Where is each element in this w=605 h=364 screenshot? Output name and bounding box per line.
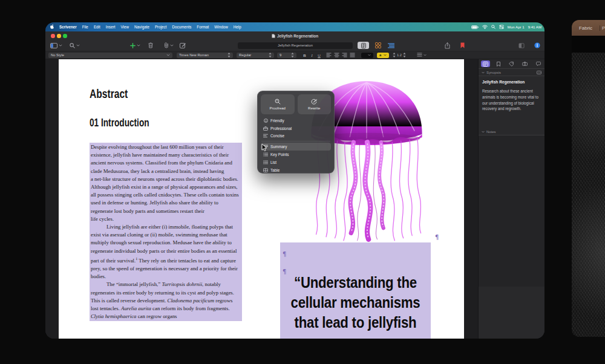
binder-toggle-button[interactable] [50, 42, 62, 49]
option-table[interactable]: Table [261, 166, 331, 174]
trash-button[interactable] [148, 42, 153, 49]
tab-notes[interactable] [481, 60, 490, 67]
style-dropdown[interactable]: No Style [48, 53, 172, 58]
option-list[interactable]: List [261, 158, 331, 166]
proofread-button[interactable]: Proofread [261, 94, 295, 114]
font-dropdown[interactable]: Times New Roman [177, 53, 233, 58]
search-button[interactable] [70, 42, 80, 49]
chevron-down-icon [137, 44, 140, 47]
inspector-info-button[interactable] [534, 42, 540, 49]
bookmark-icon [497, 62, 500, 67]
heading-abstract[interactable]: Abstract [90, 87, 128, 101]
fabric-second-tab[interactable]: P [600, 25, 605, 31]
list-style-button[interactable] [417, 52, 427, 58]
highlight-color-swatch[interactable]: a [377, 53, 389, 58]
option-professional[interactable]: Professional [261, 125, 331, 132]
battery-icon[interactable] [471, 25, 479, 29]
view-mode-outline-button[interactable] [385, 42, 397, 49]
control-center-icon[interactable] [499, 25, 504, 29]
menu-item-window[interactable]: Window [214, 25, 227, 29]
line-spacing-control[interactable]: 1.2 [393, 52, 406, 58]
synopsis-section-header[interactable]: Synopsis [479, 69, 544, 76]
option-friendly[interactable]: Friendly [261, 117, 331, 125]
chevron-down-icon [482, 71, 485, 74]
tab-snapshots[interactable] [520, 61, 529, 67]
composition-mode-button[interactable] [518, 42, 525, 49]
menu-item-help[interactable]: Help [234, 25, 241, 29]
paragraph-3[interactable]: The “immortal jellyfish,” Turritopsis do… [91, 281, 241, 320]
synopsis-image-toggle-icon[interactable] [537, 71, 541, 74]
menu-bar: Scrivener File Edit Insert View Navigate… [45, 22, 544, 31]
tab-metadata[interactable] [507, 60, 515, 67]
pull-quote-block[interactable]: ¶ ¶ “Understanding the cellular mechanis… [280, 242, 431, 339]
spotlight-search-icon[interactable] [491, 25, 495, 29]
view-mode-corkboard-button[interactable] [372, 42, 384, 49]
align-right-button[interactable] [342, 52, 347, 58]
menu-bar-date[interactable]: Mon Apr 1 [508, 25, 525, 29]
list-icon [417, 53, 422, 57]
format-bar: No Style Times New Roman Regular 9 B I U [45, 51, 544, 59]
option-summary[interactable]: Summary [261, 143, 331, 151]
project-search-field[interactable]: Jellyfish Regeneration [238, 42, 353, 49]
align-left-button[interactable] [326, 52, 332, 58]
font-weight-dropdown[interactable]: Regular [237, 53, 274, 58]
pull-quote-text[interactable]: “Understanding the cellular mechanisms t… [280, 273, 431, 333]
fabric-tab[interactable]: Fabric [572, 25, 600, 31]
chevron-down-icon [76, 44, 80, 47]
menu-item-view[interactable]: View [120, 25, 129, 29]
pilcrow-mark: ¶ [435, 234, 439, 241]
rewrite-button[interactable]: Rewrite [298, 94, 332, 114]
align-justify-button[interactable] [350, 52, 355, 58]
notes-section-header[interactable]: Notes [479, 128, 544, 135]
title-bar: Jellyfish Regeneration [45, 31, 544, 40]
menu-item-navigate[interactable]: Navigate [134, 25, 149, 29]
menu-item-edit[interactable]: Edit [94, 25, 100, 29]
menu-bar-time[interactable]: 9:41 AM [528, 25, 541, 29]
bookmark-button[interactable] [460, 42, 465, 49]
apple-menu-icon[interactable] [50, 24, 54, 30]
synopsis-body[interactable]: Research about these ancient animals is … [482, 88, 541, 112]
italic-button[interactable]: I [309, 52, 315, 58]
paragraph-1[interactable]: Despite evolving throughout the last 600… [91, 143, 241, 223]
view-mode-document-button[interactable] [358, 42, 369, 49]
corkboard-view-icon [375, 42, 381, 48]
menu-item-project[interactable]: Project [155, 25, 167, 29]
synopsis-title[interactable]: Jellyfish Regeneration [482, 79, 541, 85]
compose-button[interactable] [180, 42, 186, 49]
heading-introduction[interactable]: 01 Introduction [90, 117, 149, 129]
underline-button[interactable]: U [316, 52, 322, 58]
bold-button[interactable]: B [302, 52, 307, 58]
inspector-tab-bar [479, 59, 544, 69]
font-size-stepper[interactable]: 9 [277, 53, 296, 58]
list-dashes-icon [263, 160, 268, 164]
share-button[interactable] [445, 42, 450, 49]
synopsis-editor[interactable]: Jellyfish Regeneration Research about th… [479, 76, 544, 115]
menu-item-file[interactable]: File [82, 25, 88, 29]
stepper-icon [269, 53, 272, 57]
wifi-icon[interactable] [482, 25, 488, 29]
option-concise[interactable]: Concise [261, 132, 331, 140]
menu-item-format[interactable]: Format [197, 25, 209, 29]
stepper-icon [403, 53, 406, 57]
chevron-down-icon [482, 131, 485, 133]
align-center-button[interactable] [334, 52, 339, 58]
mac-screen: Scrivener File Edit Insert View Navigate… [45, 22, 544, 339]
rewrite-icon [311, 99, 317, 105]
desktop-background: Scrivener File Edit Insert View Navigate… [0, 0, 605, 364]
menu-item-scrivener[interactable]: Scrivener [59, 25, 77, 29]
tab-bookmarks[interactable] [495, 60, 502, 67]
fabric-tab-bar: Fabric P [572, 20, 605, 36]
text-color-swatch[interactable] [361, 53, 373, 58]
highlighted-body-text[interactable]: Despite evolving throughout the last 600… [90, 143, 242, 321]
menu-item-insert[interactable]: Insert [106, 25, 116, 29]
chevron-down-icon [59, 44, 62, 47]
fabric-window[interactable]: Fabric P [572, 20, 605, 337]
add-item-button[interactable] [130, 42, 140, 49]
document-view-icon [361, 43, 366, 48]
attachment-button[interactable] [164, 42, 174, 49]
notes-editor[interactable] [479, 135, 544, 287]
menu-item-documents[interactable]: Documents [172, 25, 192, 29]
tab-comments[interactable] [534, 61, 543, 67]
paragraph-2[interactable]: Living jellyfish are either (i) immobile… [91, 223, 241, 281]
option-key-points[interactable]: Key Points [261, 151, 331, 158]
